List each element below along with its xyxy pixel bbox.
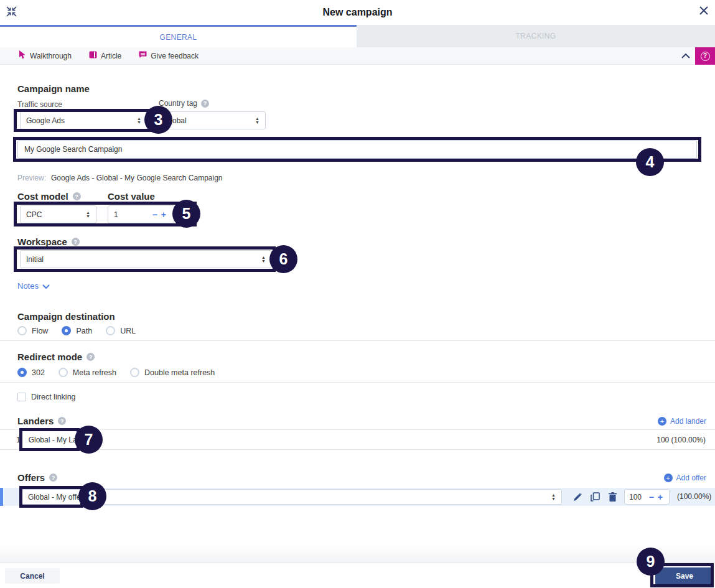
notes-label: Notes <box>17 281 39 291</box>
article-label: Article <box>101 52 121 60</box>
section-divider <box>0 340 715 341</box>
offers-heading: Offers <box>17 472 45 483</box>
offer-weight-stepper[interactable]: 100 − + <box>624 489 670 505</box>
radio-flow-label: Flow <box>32 327 48 335</box>
direct-linking-checkbox[interactable] <box>17 393 26 401</box>
offer-weight: 100 <box>629 493 647 502</box>
help-toolbar: Walkthrough Article Give feedback ? <box>0 47 715 65</box>
plus-button[interactable]: + <box>159 210 168 220</box>
add-offer-label: Add offer <box>676 474 706 482</box>
cursor-icon <box>19 50 26 61</box>
tab-general[interactable]: GENERAL <box>0 25 357 47</box>
book-icon <box>89 51 97 60</box>
cost-model-select[interactable]: CPC ▲▼ <box>20 205 96 223</box>
minus-button[interactable]: − <box>151 210 159 220</box>
landers-help-icon[interactable]: ? <box>58 417 66 425</box>
dialog-title: New campaign <box>0 0 715 25</box>
radio-302-label: 302 <box>32 368 45 377</box>
chevron-down-icon <box>42 281 50 291</box>
duplicate-copy-icon[interactable] <box>589 490 601 503</box>
give-feedback-label: Give feedback <box>151 52 199 60</box>
cost-model-value: CPC <box>26 210 86 219</box>
speech-bubble-icon <box>139 51 147 60</box>
radio-url-label: URL <box>120 327 136 335</box>
tab-bar: GENERAL TRACKING <box>0 25 715 47</box>
workspace-select[interactable]: Initial ▲▼ <box>20 250 272 268</box>
add-lander-label: Add lander <box>670 417 706 426</box>
add-lander-button[interactable]: + Add lander <box>658 417 706 426</box>
cost-value: 1 <box>114 210 151 219</box>
radio-meta-refresh[interactable] <box>58 368 68 377</box>
article-button[interactable]: Article <box>89 51 121 60</box>
plus-circle-icon: + <box>664 474 673 482</box>
give-feedback-button[interactable]: Give feedback <box>139 51 199 60</box>
campaign-destination-heading: Campaign destination <box>17 311 115 322</box>
traffic-source-select[interactable]: Google Ads ▲▼ <box>20 111 147 129</box>
radio-path-label: Path <box>76 327 92 335</box>
offer-row: Global - My offer ▲▼ 100 − + (100.00%) <box>0 488 715 506</box>
select-arrows-icon: ▲▼ <box>255 117 259 124</box>
preview-label: Preview: <box>17 174 46 182</box>
minus-button[interactable]: − <box>647 492 656 502</box>
notes-toggle[interactable]: Notes <box>17 281 50 291</box>
select-arrows-icon: ▲▼ <box>137 117 141 124</box>
offers-help-icon[interactable]: ? <box>49 474 57 482</box>
workspace-help-icon[interactable]: ? <box>72 238 80 246</box>
offer-select[interactable]: Global - My offer ▲▼ <box>22 489 562 505</box>
plus-circle-icon: + <box>658 417 666 426</box>
select-arrows-icon: ▲▼ <box>261 256 266 263</box>
annotation-badge-6: 6 <box>269 245 297 273</box>
workspace-heading: Workspace <box>17 236 67 247</box>
lander-weight: 100 (100.00%) <box>657 436 706 444</box>
add-offer-button[interactable]: + Add offer <box>664 474 706 482</box>
collapse-toolbar-chevron-up-icon[interactable] <box>676 47 695 65</box>
walkthrough-button[interactable]: Walkthrough <box>19 50 72 61</box>
campaign-name-heading: Campaign name <box>17 83 90 94</box>
cost-model-heading: Cost model <box>17 191 68 202</box>
edit-pencil-icon[interactable] <box>571 490 584 503</box>
select-arrows-icon: ▲▼ <box>86 211 90 218</box>
lander-row[interactable]: 1 Global - My Lander 100 (100.00%) <box>0 429 715 450</box>
save-button[interactable]: Save <box>655 567 714 585</box>
close-icon[interactable] <box>698 5 709 16</box>
cancel-button[interactable]: Cancel <box>5 568 60 584</box>
select-arrows-icon: ▲▼ <box>551 493 556 501</box>
lander-index: 1 <box>16 436 21 444</box>
walkthrough-label: Walkthrough <box>30 52 72 60</box>
offer-name: Global - My offer <box>28 493 551 502</box>
country-tag-value: Global <box>165 116 255 125</box>
workspace-value: Initial <box>26 255 261 264</box>
footer-divider <box>0 544 715 563</box>
lander-name: Global - My Lander <box>29 436 92 444</box>
radio-url[interactable] <box>106 326 115 335</box>
radio-flow[interactable] <box>17 326 27 335</box>
plus-button[interactable]: + <box>656 492 665 502</box>
radio-double-meta-refresh[interactable] <box>130 368 139 377</box>
radio-double-meta-refresh-label: Double meta refresh <box>144 368 215 377</box>
offer-share: (100.00%) <box>677 492 711 501</box>
country-tag-help-icon[interactable]: ? <box>201 100 209 108</box>
tab-tracking[interactable]: TRACKING <box>357 25 715 47</box>
cost-value-stepper[interactable]: 1 − + <box>108 205 174 223</box>
traffic-source-label: Traffic source <box>17 100 62 109</box>
help-button[interactable]: ? <box>695 47 715 65</box>
country-tag-label: Country tag <box>159 99 197 108</box>
redirect-mode-help-icon[interactable]: ? <box>86 353 95 361</box>
redirect-mode-heading: Redirect mode <box>17 352 82 362</box>
cost-value-heading: Cost value <box>108 191 155 202</box>
country-tag-select[interactable]: Global ▲▼ <box>159 111 266 129</box>
cost-model-help-icon[interactable]: ? <box>73 192 81 200</box>
radio-path[interactable] <box>62 326 71 335</box>
traffic-source-value: Google Ads <box>26 116 137 125</box>
question-mark-icon: ? <box>701 52 710 61</box>
annotation-badge-5: 5 <box>172 200 200 228</box>
trash-icon[interactable] <box>606 490 619 503</box>
dialog-header: New campaign <box>0 0 715 25</box>
direct-linking-label: Direct linking <box>31 393 76 401</box>
section-divider <box>0 382 715 383</box>
preview-value: Google Ads - Global - My Google Search C… <box>51 174 222 182</box>
landers-heading: Landers <box>17 416 54 426</box>
campaign-name-input[interactable] <box>17 140 697 159</box>
radio-meta-refresh-label: Meta refresh <box>73 368 116 377</box>
radio-302[interactable] <box>17 368 27 377</box>
